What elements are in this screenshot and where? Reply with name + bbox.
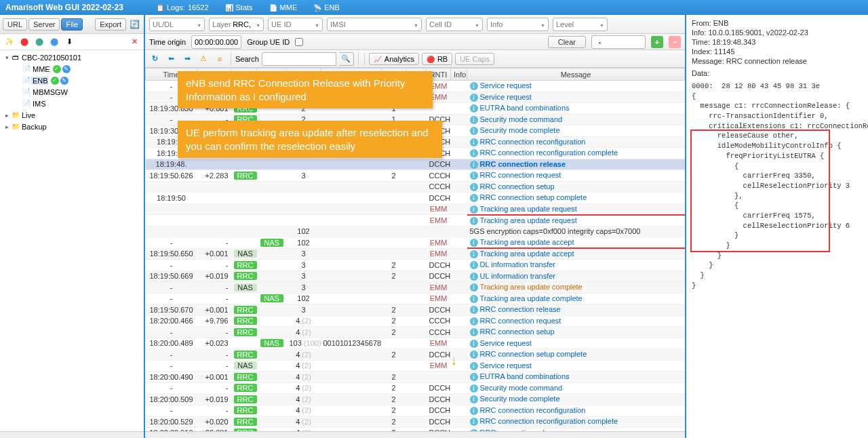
cell-time: 18:19:50.669 <box>146 271 197 282</box>
cell-cell <box>382 237 406 249</box>
cell-cn <box>257 226 287 237</box>
table-row[interactable]: 18:19:50 DCCH iRRC connection setup comp… <box>146 193 685 204</box>
log-grid-wrap[interactable]: Time Diff RAN CN UE ID IMSI Cell SFN RNT… <box>145 68 685 431</box>
table-row[interactable]: CCCH iRRC connection setup <box>146 181 685 193</box>
left-hscroll[interactable] <box>0 431 144 438</box>
close-icon[interactable] <box>127 35 141 49</box>
table-row[interactable]: - - NAS 4 (2) EMM iService request <box>146 360 685 372</box>
cell-ueid: 4 (2) <box>287 372 321 383</box>
play-icon[interactable] <box>47 35 61 49</box>
tree-live[interactable]: ▸ Live <box>0 109 144 121</box>
table-row[interactable]: 18:20:00.529 +0.020 RRC 4 (2) 2 DCCH iRR… <box>146 416 685 428</box>
table-row[interactable]: 18:20:00.466 +9.796 RRC 4 (2) 2 CCCH iRR… <box>146 315 685 327</box>
table-row[interactable]: - - RRC 4 (2) 2 CCCH iRRC connection set… <box>146 327 685 338</box>
group-ueid-checkbox[interactable] <box>295 38 303 46</box>
table-row[interactable]: 18:19:50.650 +0.001 NAS 3 EMM iTracking … <box>146 248 685 260</box>
server-button[interactable]: Server <box>28 18 60 31</box>
tree-live-label: Live <box>20 111 35 119</box>
detail-time: Time: 18:19:48.343 <box>692 38 863 46</box>
table-row[interactable]: 102 5GS encryption caps=0xf000 integrity… <box>146 226 685 237</box>
expand-icon[interactable]: ▾ <box>3 54 11 61</box>
table-row[interactable]: 18:20:00.490 +0.001 RRC 4 (2) 2 iEUTRA b… <box>146 372 685 383</box>
filter-level[interactable]: Level <box>553 18 608 31</box>
cell-ueid: 3 <box>287 248 321 260</box>
stack-button[interactable] <box>213 52 226 66</box>
wand-icon[interactable] <box>3 35 16 49</box>
rb-button[interactable]: RB <box>422 53 452 65</box>
refresh-button[interactable] <box>148 52 161 66</box>
tree-mbmsgw[interactable]: MBMSGW <box>0 86 144 98</box>
stop-icon[interactable] <box>18 35 31 49</box>
nav-forward-button[interactable] <box>180 52 194 66</box>
chevron-down-icon <box>411 20 418 28</box>
cell-message: iRRC connection setup <box>467 327 685 338</box>
warning-button[interactable] <box>197 52 210 66</box>
filter-uldl[interactable]: UL/DL <box>149 18 205 31</box>
table-row[interactable]: - - RRC 3 2 DCCH iDL information transfe… <box>146 260 685 271</box>
table-row[interactable]: - - NAS 102 EMM iTracking area update co… <box>146 293 685 304</box>
cell-cell <box>382 159 406 170</box>
table-row[interactable]: 18:19:50.670 +0.001 RRC 3 2 DCCH iRRC co… <box>146 304 685 316</box>
table-row[interactable]: - - NAS 102 EMM iTracking area update ac… <box>146 237 685 249</box>
table-row[interactable]: 18:20:00.509 +0.019 RRC 4 (2) 2 DCCH iSe… <box>146 394 685 405</box>
url-button[interactable]: URL <box>3 18 27 31</box>
tree-mme[interactable]: MME ✓✎ <box>0 63 144 75</box>
filter-layer[interactable]: LayerRRC, <box>209 18 264 31</box>
clear-button[interactable]: Clear <box>548 36 586 48</box>
table-row[interactable]: - - RRC 4 (2) 2 DCCH iRRC connection set… <box>146 349 685 361</box>
download-icon[interactable] <box>62 35 76 49</box>
table-row[interactable]: 18:20:20.910 +20.381 RRC 4 (2) 2 DCCH iR… <box>146 427 685 431</box>
expand-icon[interactable]: ▸ <box>3 123 11 130</box>
cell-cn <box>257 181 287 193</box>
filter-imsi[interactable]: IMSI <box>327 18 422 31</box>
search-input[interactable] <box>262 52 336 66</box>
tree-backup[interactable]: ▸ Backup <box>0 121 144 132</box>
cell-diff: - <box>197 237 231 249</box>
table-row[interactable]: 18:19:50.626 +2.283 RRC 3 2 CCCH iRRC co… <box>146 170 685 182</box>
analytics-button[interactable]: Analytics <box>369 53 419 65</box>
expand-icon[interactable]: ▸ <box>3 112 11 119</box>
col-info[interactable]: Info <box>451 68 467 81</box>
filter-cellid[interactable]: Cell ID <box>426 18 483 31</box>
file-button[interactable]: File <box>61 18 83 31</box>
tree-root[interactable]: ▾ CBC-2021050101 <box>0 52 144 63</box>
cell-ran: RRC <box>231 315 257 327</box>
cell-imsi <box>321 394 382 405</box>
tree-ims[interactable]: IMS <box>0 98 144 109</box>
add-filter-button[interactable]: + <box>651 36 663 48</box>
cell-chan: EMM <box>427 215 451 226</box>
cell-message: iUL information transfer <box>467 271 685 282</box>
table-row[interactable]: - - RRC 4 (2) 2 DCCH iSecurity mode comm… <box>146 382 685 394</box>
filter-info[interactable]: Info <box>487 18 549 31</box>
table-row[interactable]: 18:19:48. DCCH iRRC connection release <box>146 159 685 170</box>
export-button[interactable]: Export <box>95 18 126 31</box>
search-icon[interactable] <box>339 52 354 66</box>
cell-sfn <box>406 215 427 226</box>
info-icon: i <box>470 116 478 124</box>
table-row[interactable]: 18:19:50.669 +0.019 RRC 3 2 DCCH iUL inf… <box>146 271 685 282</box>
clear-select[interactable] <box>591 35 646 49</box>
tree-enb[interactable]: ENB ✓✎ <box>0 75 144 86</box>
record-icon[interactable] <box>33 35 46 49</box>
cell-cn <box>257 394 287 405</box>
code-line: criticalExtensions c1: rrcConnectionRele… <box>692 121 863 132</box>
remove-filter-button[interactable]: − <box>669 36 681 48</box>
table-row[interactable]: 18:20:00.489 +0.023 NAS 103 (100) 001010… <box>146 338 685 349</box>
table-row[interactable]: EMM iTracking area update request <box>146 203 685 215</box>
time-origin-input[interactable]: 00:00:00.000 <box>191 35 241 49</box>
cell-diff <box>197 215 231 226</box>
cell-diff: +0.019 <box>197 394 231 405</box>
chevron-down-icon <box>538 20 545 28</box>
filter-ueid[interactable]: UE ID <box>268 18 323 31</box>
nav-back-button[interactable] <box>164 52 178 66</box>
chevron-down-icon <box>312 20 319 28</box>
table-row[interactable]: - - NAS 3 EMM iTracking area update comp… <box>146 282 685 294</box>
refresh-icon[interactable] <box>127 18 141 31</box>
table-row[interactable]: EMM iTracking area update request <box>146 215 685 226</box>
cell-chan: DCCH <box>427 271 451 282</box>
col-message[interactable]: Message <box>467 68 685 81</box>
center-hscroll[interactable] <box>145 431 685 438</box>
cell-info <box>451 293 467 304</box>
cell-info <box>451 181 467 193</box>
table-row[interactable]: - - RRC 4 (2) 2 DCCH iRRC connection rec… <box>146 405 685 416</box>
